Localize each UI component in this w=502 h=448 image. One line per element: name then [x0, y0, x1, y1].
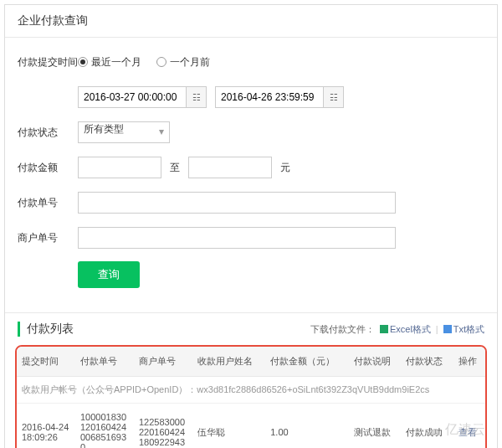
- cell-amount: 1.00: [265, 404, 349, 449]
- watermark: ☁ 亿速云: [425, 420, 485, 440]
- amount-sep: 至: [170, 161, 180, 175]
- cloud-icon: ☁: [425, 420, 442, 440]
- date-to-input[interactable]: [215, 86, 324, 108]
- col-order-no: 付款单号: [75, 347, 134, 377]
- amount-unit: 元: [280, 161, 290, 175]
- query-form: 付款提交时间 最近一个月 一个月前 ☷ ☷ 付款状态 所有类型: [5, 38, 497, 312]
- label-status: 付款状态: [18, 126, 78, 140]
- merchant-no-input[interactable]: [78, 227, 396, 249]
- radio-recent-month[interactable]: 最近一个月: [78, 55, 141, 70]
- amount-to-input[interactable]: [188, 157, 272, 178]
- page-title: 企业付款查询: [5, 5, 497, 38]
- col-recv-name: 收款用户姓名: [192, 347, 265, 377]
- label-submit-time: 付款提交时间: [18, 55, 78, 70]
- col-status: 付款状态: [401, 347, 453, 377]
- account-row: 收款用户帐号（公众号APPID+OpenID）：wx3d81fc2886d865…: [17, 377, 485, 404]
- cell-order-no: 10000183012016042400685169​30: [75, 404, 134, 449]
- col-time: 提交时间: [17, 347, 75, 377]
- calendar-icon[interactable]: ☷: [187, 86, 207, 108]
- radio-icon: [78, 57, 88, 67]
- date-from-input[interactable]: [78, 86, 187, 108]
- cell-recv-name: 伍华聪: [192, 404, 265, 449]
- query-button[interactable]: 查询: [78, 261, 140, 288]
- txt-icon: [443, 325, 452, 333]
- download-txt-link[interactable]: Txt格式: [443, 323, 484, 336]
- label-merchant-no: 商户单号: [18, 231, 78, 245]
- col-desc: 付款说明: [349, 347, 402, 377]
- label-order-no: 付款单号: [18, 196, 78, 210]
- download-area: 下载付款文件： Excel格式 | Txt格式: [310, 323, 484, 336]
- amount-from-input[interactable]: [78, 157, 161, 178]
- download-excel-link[interactable]: Excel格式: [380, 323, 431, 336]
- col-action: 操作: [453, 347, 485, 377]
- select-value: 所有类型: [84, 123, 124, 135]
- download-label: 下载付款文件：: [310, 323, 375, 336]
- radio-month-ago[interactable]: 一个月前: [156, 55, 210, 70]
- cell-merchant-no: 12258300022016042418092294​3: [134, 404, 192, 449]
- cell-time: 2016-04-24 18:09:26: [17, 404, 75, 449]
- col-amount: 付款金额（元）: [265, 347, 349, 377]
- result-table: 提交时间 付款单号 商户单号 收款用户姓名 付款金额（元） 付款说明 付款状态 …: [15, 345, 487, 448]
- radio-label: 最近一个月: [91, 55, 141, 70]
- radio-label: 一个月前: [170, 55, 210, 70]
- status-select[interactable]: 所有类型: [78, 121, 170, 143]
- label-amount: 付款金额: [18, 161, 78, 175]
- col-merchant-no: 商户单号: [134, 347, 192, 377]
- order-no-input[interactable]: [78, 192, 396, 214]
- table-row: 2016-04-24 18:09:26 10000183012016042400…: [17, 404, 485, 449]
- calendar-icon[interactable]: ☷: [324, 86, 344, 108]
- excel-icon: [380, 325, 388, 333]
- radio-icon: [156, 57, 166, 67]
- list-title: 付款列表: [18, 322, 74, 337]
- cell-desc: 测试退款: [349, 404, 402, 449]
